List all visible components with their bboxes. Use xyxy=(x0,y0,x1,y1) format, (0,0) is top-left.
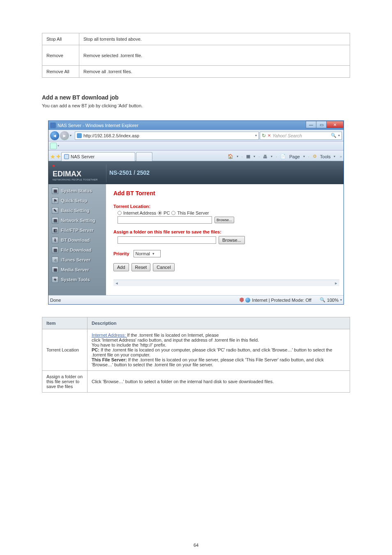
radio-pc-label: PC xyxy=(164,210,170,215)
links-icon[interactable] xyxy=(50,143,57,149)
nas-header: EDIMAX NETWORKING PEOPLE TOGETHER NS-250… xyxy=(48,161,344,184)
radio-this-label: This File Server xyxy=(177,210,209,215)
zone-text: Internet | Protected Mode: Off xyxy=(252,298,311,303)
zoom-icon: 🔍 xyxy=(320,297,325,303)
zoom-dropdown-icon[interactable]: ▾ xyxy=(340,298,342,302)
feeds-icon[interactable]: ▦ xyxy=(246,154,250,159)
setup-icon: ⚑ xyxy=(52,197,58,204)
save-folder-input[interactable] xyxy=(118,236,216,244)
page-title: Add BT Torrent xyxy=(113,190,339,197)
sidebar-item-file-download[interactable]: ▥File Download xyxy=(48,245,106,255)
forward-button[interactable]: ► xyxy=(60,131,69,140)
tab-label: NAS Server xyxy=(71,154,95,159)
security-shield-icon xyxy=(240,298,244,303)
tools-menu[interactable]: Tools xyxy=(320,154,331,159)
this-server-term: This File Server: xyxy=(92,357,128,362)
sidebar-item-bt-download[interactable]: ⇩BT Download xyxy=(48,235,106,245)
status-bar: Done Internet | Protected Mode: Off 🔍 10… xyxy=(48,295,344,304)
refresh-icon[interactable]: ↻ xyxy=(262,133,266,139)
sidebar-item-system-tools[interactable]: ✦System Tools xyxy=(48,275,106,284)
section-heading: Add a new BT download job xyxy=(42,94,350,101)
tab-row: ★ ✚ NAS Server 🏠▾ · ▦▾ · 🖶▾ · 📄 Page▾ · … xyxy=(48,150,344,161)
address-bar-row: ◄ ► ▾ http://192.168.2.5/index.asp ▾ ↻ ✕… xyxy=(48,130,344,141)
cell-key: Remove xyxy=(42,45,79,66)
scroll-right-icon[interactable]: ► xyxy=(333,281,339,285)
cell-val: Remove selected .torrent file. xyxy=(79,45,350,66)
links-dropdown-icon[interactable]: ▾ xyxy=(58,144,59,148)
torrent-location-radios: Internet Address PC This File Server xyxy=(118,210,339,215)
nas-main-panel: Add BT Torrent Torrent Location: Interne… xyxy=(106,184,344,295)
minimize-button[interactable]: — xyxy=(306,121,316,128)
sidebar-item-itunes-server[interactable]: ♫iTunes Server xyxy=(48,255,106,265)
nav-history-dropdown[interactable]: ▾ xyxy=(70,134,74,137)
address-url: http://192.168.2.5/index.asp xyxy=(83,133,139,138)
internet-address-term: Internet Address: xyxy=(92,333,127,338)
sidebar-item-network-setting[interactable]: ▤Network Setting xyxy=(48,215,106,225)
network-icon: ▤ xyxy=(52,217,58,224)
browse-torrent-button[interactable]: Browse... xyxy=(214,217,234,223)
status-icon: ▣ xyxy=(52,187,58,194)
ie-icon xyxy=(50,123,56,128)
sidebar-item-quick-setup[interactable]: ⚑Quick Setup xyxy=(48,196,106,206)
search-box[interactable]: ↻ ✕ Yahoo! Search 🔍 ▾ xyxy=(260,132,342,140)
logo-tagline: NETWORKING PEOPLE TOGETHER xyxy=(53,178,103,181)
cell-key: Torrent Location xyxy=(42,329,88,371)
window-title: NAS Server - Windows Internet Explorer xyxy=(58,123,138,128)
torrent-path-input[interactable] xyxy=(118,216,212,224)
links-row: ▾ xyxy=(48,141,344,150)
page-menu[interactable]: Page xyxy=(289,154,300,159)
stop-icon[interactable]: ✕ xyxy=(267,133,271,138)
filedl-icon: ▥ xyxy=(52,247,58,253)
close-button[interactable]: ✕ xyxy=(326,121,344,128)
home-icon[interactable]: 🏠 xyxy=(228,154,233,159)
tab-nas-server[interactable]: NAS Server xyxy=(61,152,135,161)
edimax-logo: EDIMAX NETWORKING PEOPLE TOGETHER xyxy=(48,165,103,181)
radio-internet-address[interactable] xyxy=(118,211,122,215)
favorites-star-icon[interactable]: ★ xyxy=(50,153,55,160)
nas-admin-page: EDIMAX NETWORKING PEOPLE TOGETHER NS-250… xyxy=(48,161,344,295)
tab-favicon xyxy=(64,154,69,159)
priority-select[interactable]: Normal xyxy=(134,250,161,257)
priority-label: Priority xyxy=(113,251,129,256)
nas-model-label: NS-2501 / 2502 xyxy=(109,169,150,176)
horizontal-scrollbar[interactable]: ◄ ► xyxy=(113,280,339,286)
sidebar-item-file-ftp-server[interactable]: ◧File/FTP Server xyxy=(48,225,106,235)
ftp-icon: ◧ xyxy=(52,227,58,234)
cell-key: Stop All xyxy=(42,33,79,45)
pc-term: PC: xyxy=(92,347,101,352)
sidebar-item-media-server[interactable]: ▣Media Server xyxy=(48,265,106,275)
address-input[interactable]: http://192.168.2.5/index.asp ▾ xyxy=(75,132,259,140)
sidebar-item-system-status[interactable]: ▣System Status xyxy=(48,186,106,196)
nas-sidebar: ▣System Status ⚑Quick Setup ✎Basic Setti… xyxy=(48,184,106,295)
cell-val: Stop all torrents listed above. xyxy=(79,33,350,45)
search-icon[interactable]: 🔍 xyxy=(331,133,337,138)
new-tab-button[interactable] xyxy=(136,152,152,161)
cell-val: Click 'Browse…' button to select a folde… xyxy=(88,371,350,393)
cell-key: Assign a folder on this file server to s… xyxy=(42,371,88,393)
add-favorite-icon[interactable]: ✚ xyxy=(56,154,60,160)
col-item: Item xyxy=(42,317,88,329)
cell-val: Internet Address: If the .torrent file i… xyxy=(88,329,350,371)
command-bar: 🏠▾ · ▦▾ · 🖶▾ · 📄 Page▾ · ⚙ Tools▾ » xyxy=(228,154,342,159)
page-number: 64 xyxy=(194,543,198,548)
site-icon xyxy=(77,133,82,138)
address-dropdown-icon[interactable]: ▾ xyxy=(255,134,257,137)
back-button[interactable]: ◄ xyxy=(50,131,59,140)
cancel-button[interactable]: Cancel xyxy=(153,263,174,271)
zoom-value: 100% xyxy=(327,298,339,303)
browse-folder-button[interactable]: Browse... xyxy=(219,236,245,244)
cell-key: Remove All xyxy=(42,66,79,78)
scroll-left-icon[interactable]: ◄ xyxy=(113,281,120,285)
sidebar-item-basic-setting[interactable]: ✎Basic Setting xyxy=(48,206,106,215)
print-icon[interactable]: 🖶 xyxy=(263,154,267,159)
page-menu-icon: 📄 xyxy=(280,154,286,159)
radio-pc[interactable] xyxy=(158,211,162,215)
window-titlebar: NAS Server - Windows Internet Explorer —… xyxy=(48,121,344,130)
search-dropdown-icon[interactable]: ▾ xyxy=(338,134,340,137)
browser-window: NAS Server - Windows Internet Explorer —… xyxy=(48,120,344,305)
definition-table-bottom: Item Description Torrent Location Intern… xyxy=(42,317,350,393)
add-button[interactable]: Add xyxy=(113,263,129,271)
reset-button[interactable]: Reset xyxy=(131,263,151,271)
maximize-button[interactable]: ▭ xyxy=(316,121,327,128)
radio-this-server[interactable] xyxy=(171,211,175,215)
